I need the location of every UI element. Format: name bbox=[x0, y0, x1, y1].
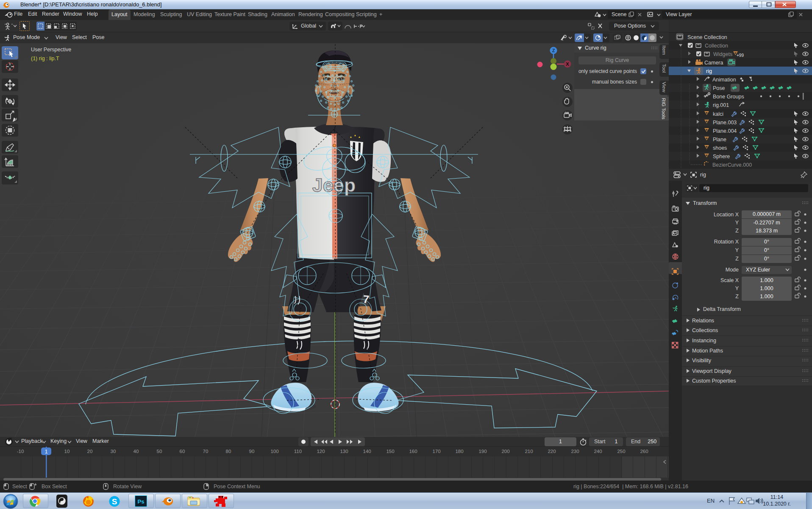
svg-text:180: 180 bbox=[455, 449, 463, 454]
svg-text:BezierCurve.000: BezierCurve.000 bbox=[712, 162, 752, 168]
svg-text:130: 130 bbox=[340, 449, 348, 454]
svg-text:Z: Z bbox=[552, 48, 555, 53]
svg-text:30: 30 bbox=[111, 449, 116, 454]
svg-text:Ps: Ps bbox=[138, 498, 145, 505]
svg-text:Collections: Collections bbox=[692, 327, 718, 333]
svg-text:50: 50 bbox=[157, 449, 162, 454]
svg-text:S: S bbox=[112, 497, 117, 506]
svg-text:80: 80 bbox=[226, 449, 231, 454]
svg-text:90: 90 bbox=[249, 449, 255, 454]
svg-text:150: 150 bbox=[386, 449, 394, 454]
svg-text:Plane.003: Plane.003 bbox=[713, 120, 737, 126]
svg-text:160: 160 bbox=[409, 449, 417, 454]
svg-text:1: 1 bbox=[45, 449, 48, 455]
svg-text:100: 100 bbox=[270, 449, 278, 454]
svg-text:Visibility: Visibility bbox=[692, 358, 712, 364]
svg-text:Bone Groups: Bone Groups bbox=[713, 94, 744, 100]
svg-text:10: 10 bbox=[64, 449, 70, 454]
svg-text:rig: rig bbox=[706, 68, 712, 74]
svg-text:240: 240 bbox=[594, 449, 602, 454]
svg-text:70: 70 bbox=[203, 449, 209, 454]
svg-text:120: 120 bbox=[317, 449, 325, 454]
svg-text:60: 60 bbox=[180, 449, 185, 454]
svg-text:Camera: Camera bbox=[704, 60, 723, 66]
svg-text:110: 110 bbox=[294, 449, 302, 454]
svg-text:200: 200 bbox=[501, 449, 509, 454]
svg-text:230: 230 bbox=[571, 449, 579, 454]
svg-text:Collection: Collection bbox=[705, 43, 728, 49]
svg-text:Viewport Display: Viewport Display bbox=[692, 368, 732, 374]
svg-text:40: 40 bbox=[133, 449, 139, 454]
svg-text:Plane.004: Plane.004 bbox=[713, 128, 737, 134]
svg-text:210: 210 bbox=[525, 449, 533, 454]
svg-text:170: 170 bbox=[432, 449, 440, 454]
svg-text:Relations: Relations bbox=[692, 318, 714, 324]
svg-text:250: 250 bbox=[617, 449, 625, 454]
svg-text:190: 190 bbox=[478, 449, 487, 454]
svg-text:+99: +99 bbox=[737, 53, 744, 58]
svg-text:Scene Collection: Scene Collection bbox=[687, 34, 727, 40]
svg-text:220: 220 bbox=[548, 449, 556, 454]
svg-text:Instancing: Instancing bbox=[692, 338, 716, 344]
svg-text:Plane: Plane bbox=[713, 137, 726, 143]
svg-text:Pose: Pose bbox=[713, 85, 725, 91]
svg-text:140: 140 bbox=[363, 449, 371, 454]
svg-text:20: 20 bbox=[87, 449, 93, 454]
svg-text:rig.001: rig.001 bbox=[713, 102, 729, 108]
svg-text:Sphere: Sphere bbox=[713, 154, 730, 159]
svg-text:shoes: shoes bbox=[713, 145, 727, 151]
svg-text:kalci: kalci bbox=[713, 111, 723, 117]
svg-text:-10: -10 bbox=[17, 449, 24, 454]
svg-text:Motion Paths: Motion Paths bbox=[692, 348, 723, 354]
svg-text:Animation: Animation bbox=[712, 77, 736, 83]
svg-text:Custom Properties: Custom Properties bbox=[692, 378, 736, 384]
svg-text:X: X bbox=[566, 62, 569, 67]
svg-text:260: 260 bbox=[640, 449, 648, 454]
svg-text:Widgets: Widgets bbox=[713, 51, 732, 57]
